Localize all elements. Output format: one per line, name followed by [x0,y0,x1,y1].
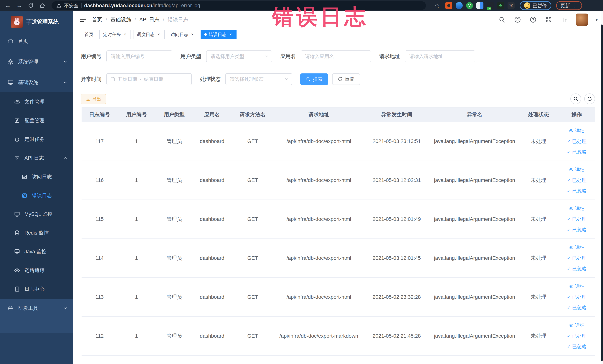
cloud-upload-icon [14,99,20,105]
cell-process-status: 未处理 [519,122,558,161]
page-scrollbar[interactable] [601,11,603,364]
detail-link[interactable]: 详细 [569,166,585,173]
mark-ignored-link[interactable]: 已忽略 [567,227,587,233]
user-avatar[interactable] [576,13,588,26]
chrome-update-button[interactable]: 更新 [556,1,582,10]
sidebar-item-infrastructure[interactable]: 基础设施 [0,73,73,92]
detail-link[interactable]: 详细 [569,205,585,212]
breadcrumb-api-log[interactable]: API 日志 [139,16,160,23]
extension-icon[interactable] [445,2,452,9]
sidebar-item-system[interactable]: 系统管理 [0,52,73,71]
detail-link[interactable]: 详细 [569,244,585,251]
sidebar-item-api-log[interactable]: API 日志 [0,149,73,167]
mark-processed-link[interactable]: 已处理 [567,138,587,145]
breadcrumb-home[interactable]: 首页 [92,16,102,23]
sidebar-item-redis-monitor[interactable]: Redis 监控 [0,223,73,242]
cell-log-id: 114 [81,239,117,278]
sidebar-item-devtools[interactable]: 研发工具 [0,299,73,317]
process-status-select[interactable] [225,73,292,85]
close-icon[interactable] [123,32,127,37]
tab-label: 访问日志 [171,32,188,37]
extension-icon[interactable]: ✻ [508,2,515,9]
mark-processed-link[interactable]: 已处理 [567,255,587,261]
sidebar-item-access-log[interactable]: 访问日志 [0,167,73,186]
extension-icon[interactable]: V [466,2,473,9]
tab-access-log[interactable]: 访问日志 [167,30,198,39]
refresh-table-button[interactable] [584,94,595,104]
export-button[interactable]: 导出 [81,94,106,104]
eye-icon [14,267,20,273]
close-icon[interactable] [228,32,233,37]
sidebar-item-log-center[interactable]: 日志中心 [0,280,73,298]
date-range-picker[interactable]: 开始日期 - 结束日期 [106,73,192,85]
scrollbar-thumb[interactable] [601,24,603,361]
help-icon[interactable] [529,16,537,24]
annotation-error-log: 错误日志 [272,3,369,31]
sidebar-item-java-monitor[interactable]: Java 监控 [0,242,73,261]
search-icon [306,77,311,82]
hamburger-icon[interactable] [79,16,86,23]
mark-ignored-link[interactable]: 已忽略 [567,149,587,155]
app-name-input[interactable] [301,50,371,62]
tab-label: 错误日志 [209,32,227,37]
tab-error-log[interactable]: 错误日志 [201,30,237,39]
request-url-input[interactable] [405,50,475,62]
sidebar-item-scheduled-jobs[interactable]: 定时任务 [0,130,73,149]
sidebar-item-home[interactable]: 首页 [0,32,73,50]
extension-icon[interactable] [476,2,483,9]
github-icon[interactable] [513,16,522,24]
col-exception-time: 异常发生时间 [363,107,430,122]
fullscreen-icon[interactable] [545,16,553,24]
search-button[interactable]: 搜索 [300,73,328,85]
processed-label: 已处理 [572,255,587,261]
mark-processed-link[interactable]: 已处理 [567,177,587,184]
detail-link[interactable]: 详细 [569,322,585,329]
close-icon[interactable] [190,32,195,37]
cell-user-id: 1 [117,122,155,161]
bookmark-star-icon[interactable]: ☆ [432,1,442,10]
browser-home-icon[interactable] [37,1,47,10]
mark-ignored-link[interactable]: 已忽略 [567,305,587,311]
user-id-input[interactable] [106,50,172,62]
detail-link[interactable]: 详细 [569,128,585,134]
mark-ignored-link[interactable]: 已忽略 [567,343,587,350]
sidebar-item-trace[interactable]: 链路追踪 [0,261,73,280]
profile-paused-badge[interactable]: 已暂停 [520,1,551,10]
mark-processed-link[interactable]: 已处理 [567,216,587,223]
user-type-select[interactable] [206,50,272,62]
search-icon [573,96,578,101]
sidebar-item-file-management[interactable]: 文件管理 [0,92,73,111]
col-log-id: 日志编号 [81,107,117,122]
browser-forward-icon[interactable] [14,1,24,10]
sidebar-item-mysql-monitor[interactable]: MySQL 监控 [0,205,73,223]
mark-processed-link[interactable]: 已处理 [567,333,587,339]
tab-home[interactable]: 首页 [81,30,97,39]
mark-processed-link[interactable]: 已处理 [567,294,587,300]
tab-schedule-log[interactable]: 调度日志 [133,30,165,39]
browser-back-icon[interactable] [3,1,13,10]
close-icon[interactable] [156,32,161,37]
font-size-icon[interactable] [560,16,568,24]
toggle-search-button[interactable] [570,94,581,104]
devtools-band: 研发工具 [0,299,73,333]
mark-ignored-link[interactable]: 已忽略 [567,188,587,194]
breadcrumb-infrastructure[interactable]: 基础设施 [110,16,131,23]
header-search-icon[interactable] [498,16,506,24]
mark-ignored-link[interactable]: 已忽略 [567,266,587,272]
browser-reload-icon[interactable] [26,1,35,10]
avatar-caret-down-icon[interactable] [595,17,598,23]
sidebar-item-error-log[interactable]: 错误日志 [0,186,73,205]
extension-icon[interactable]: on [487,2,494,9]
extension-icon[interactable] [456,2,463,9]
address-bar[interactable]: 不安全 dashboard.yudao.iocoder.cn/infra/log… [52,1,426,10]
detail-link[interactable]: 详细 [569,283,585,290]
reset-button[interactable]: 重置 [332,73,360,85]
app-logo-rabbit-icon [11,16,23,28]
tab-scheduled-jobs[interactable]: 定时任务 [99,30,131,39]
browser-menu-icon[interactable] [572,2,578,9]
app-logo-row[interactable]: 芋道管理系统 [0,11,73,30]
sidebar-item-config-management[interactable]: 配置管理 [0,111,73,130]
chevron-down-icon [63,59,68,64]
extension-icon[interactable]: ☘ [497,2,504,9]
cell-process-status: 未处理 [519,239,558,278]
